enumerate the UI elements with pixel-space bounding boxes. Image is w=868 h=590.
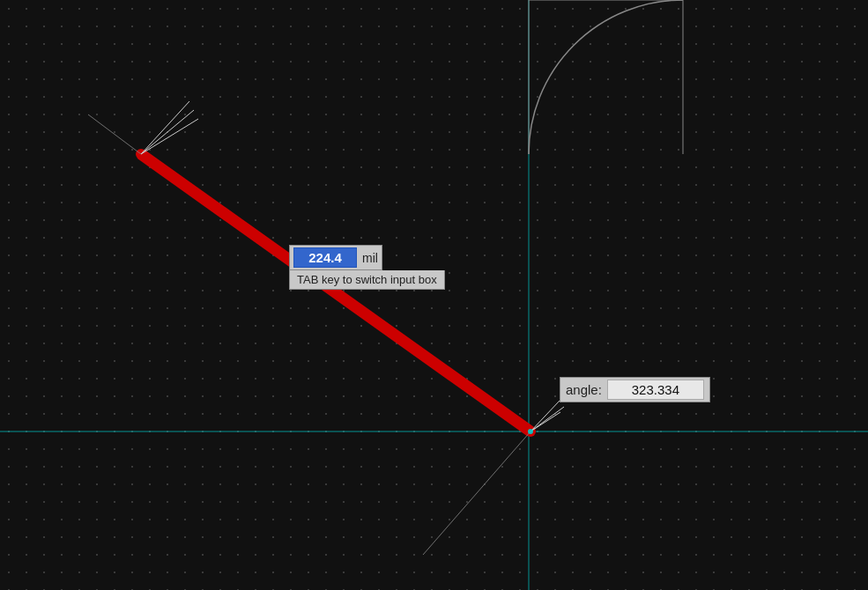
svg-line-15 <box>423 431 530 555</box>
length-input[interactable] <box>293 247 357 268</box>
tab-hint: TAB key to switch input box <box>289 270 445 290</box>
svg-line-9 <box>141 110 194 154</box>
unit-label: mil <box>362 251 378 265</box>
svg-point-16 <box>528 429 533 434</box>
svg-line-8 <box>141 101 189 154</box>
angle-input[interactable] <box>607 380 704 400</box>
length-input-popup: mil TAB key to switch input box <box>289 245 445 290</box>
canvas-area: mil TAB key to switch input box angle: <box>0 0 868 590</box>
svg-line-14 <box>88 114 141 154</box>
angle-label: angle: <box>566 382 602 397</box>
svg-line-10 <box>141 119 198 154</box>
svg-line-5 <box>141 154 530 431</box>
length-input-row: mil <box>289 245 382 270</box>
svg-line-11 <box>530 401 560 431</box>
schematic-svg <box>0 0 868 590</box>
angle-input-popup: angle: <box>560 377 710 402</box>
